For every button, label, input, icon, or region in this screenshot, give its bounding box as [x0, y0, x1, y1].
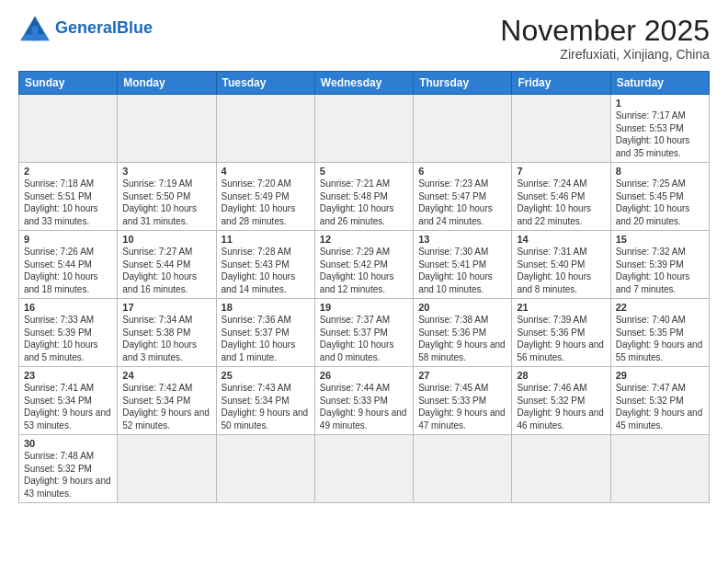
day-info: Sunrise: 7:21 AM Sunset: 5:48 PM Dayligh…: [320, 178, 408, 227]
day-info: Sunrise: 7:20 AM Sunset: 5:49 PM Dayligh…: [222, 178, 310, 227]
table-row: 15Sunrise: 7:32 AM Sunset: 5:39 PM Dayli…: [610, 231, 709, 299]
table-row: 30Sunrise: 7:48 AM Sunset: 5:32 PM Dayli…: [19, 435, 118, 503]
day-info: Sunrise: 7:43 AM Sunset: 5:34 PM Dayligh…: [222, 382, 310, 431]
day-info: Sunrise: 7:25 AM Sunset: 5:45 PM Dayligh…: [616, 178, 704, 227]
table-row: 27Sunrise: 7:45 AM Sunset: 5:33 PM Dayli…: [414, 367, 512, 435]
day-number: 21: [517, 302, 605, 313]
day-info: Sunrise: 7:40 AM Sunset: 5:35 PM Dayligh…: [616, 314, 704, 363]
calendar-week-3: 9Sunrise: 7:26 AM Sunset: 5:44 PM Daylig…: [19, 231, 710, 299]
day-number: 10: [122, 234, 210, 245]
table-row: 9Sunrise: 7:26 AM Sunset: 5:44 PM Daylig…: [19, 231, 118, 299]
day-info: Sunrise: 7:48 AM Sunset: 5:32 PM Dayligh…: [24, 450, 112, 500]
day-number: 26: [320, 370, 408, 381]
table-row: [610, 435, 709, 503]
day-info: Sunrise: 7:47 AM Sunset: 5:32 PM Dayligh…: [616, 382, 704, 431]
day-info: Sunrise: 7:39 AM Sunset: 5:36 PM Dayligh…: [517, 314, 605, 363]
day-info: Sunrise: 7:29 AM Sunset: 5:42 PM Dayligh…: [320, 246, 408, 295]
table-row: 16Sunrise: 7:33 AM Sunset: 5:39 PM Dayli…: [19, 299, 118, 367]
table-row: [314, 95, 413, 163]
weekday-header-sunday: Sunday: [19, 72, 118, 95]
table-row: 23Sunrise: 7:41 AM Sunset: 5:34 PM Dayli…: [19, 367, 118, 435]
logo-icon: [18, 15, 51, 42]
calendar-week-4: 16Sunrise: 7:33 AM Sunset: 5:39 PM Dayli…: [19, 299, 710, 367]
day-info: Sunrise: 7:28 AM Sunset: 5:43 PM Dayligh…: [222, 246, 310, 295]
day-number: 7: [517, 166, 605, 177]
calendar-week-5: 23Sunrise: 7:41 AM Sunset: 5:34 PM Dayli…: [19, 367, 710, 435]
table-row: [512, 435, 610, 503]
day-number: 30: [24, 438, 112, 449]
day-number: 17: [122, 302, 210, 313]
weekday-header-friday: Friday: [512, 72, 610, 95]
day-info: Sunrise: 7:27 AM Sunset: 5:44 PM Dayligh…: [122, 246, 210, 295]
month-title: November 2025: [500, 15, 710, 47]
table-row: 29Sunrise: 7:47 AM Sunset: 5:32 PM Dayli…: [610, 367, 709, 435]
day-number: 27: [418, 370, 506, 381]
day-number: 6: [418, 166, 506, 177]
header: GeneralBlue November 2025 Zirefuxiati, X…: [18, 15, 710, 62]
day-number: 15: [616, 234, 704, 245]
table-row: 1Sunrise: 7:17 AM Sunset: 5:53 PM Daylig…: [610, 95, 709, 163]
day-number: 12: [320, 234, 408, 245]
day-info: Sunrise: 7:26 AM Sunset: 5:44 PM Dayligh…: [24, 246, 112, 295]
day-number: 13: [418, 234, 506, 245]
weekday-header-row: SundayMondayTuesdayWednesdayThursdayFrid…: [19, 72, 710, 95]
day-number: 11: [222, 234, 310, 245]
day-number: 28: [517, 370, 605, 381]
table-row: 18Sunrise: 7:36 AM Sunset: 5:37 PM Dayli…: [216, 299, 314, 367]
day-info: Sunrise: 7:17 AM Sunset: 5:53 PM Dayligh…: [616, 109, 704, 159]
day-number: 18: [222, 302, 310, 313]
day-number: 23: [24, 370, 112, 381]
weekday-header-monday: Monday: [118, 72, 216, 95]
day-info: Sunrise: 7:44 AM Sunset: 5:33 PM Dayligh…: [320, 382, 408, 431]
table-row: 12Sunrise: 7:29 AM Sunset: 5:42 PM Dayli…: [314, 231, 413, 299]
day-number: 9: [24, 234, 112, 245]
table-row: 7Sunrise: 7:24 AM Sunset: 5:46 PM Daylig…: [512, 163, 610, 231]
weekday-header-tuesday: Tuesday: [216, 72, 314, 95]
table-row: 3Sunrise: 7:19 AM Sunset: 5:50 PM Daylig…: [118, 163, 216, 231]
weekday-header-wednesday: Wednesday: [314, 72, 413, 95]
table-row: [512, 95, 610, 163]
day-number: 24: [122, 370, 210, 381]
calendar-week-2: 2Sunrise: 7:18 AM Sunset: 5:51 PM Daylig…: [19, 163, 710, 231]
table-row: 20Sunrise: 7:38 AM Sunset: 5:36 PM Dayli…: [414, 299, 512, 367]
day-number: 25: [222, 370, 310, 381]
svg-rect-2: [31, 26, 38, 40]
table-row: 13Sunrise: 7:30 AM Sunset: 5:41 PM Dayli…: [414, 231, 512, 299]
day-number: 2: [24, 166, 112, 177]
table-row: [19, 95, 118, 163]
logo-general: General: [55, 18, 117, 37]
day-info: Sunrise: 7:24 AM Sunset: 5:46 PM Dayligh…: [517, 178, 605, 227]
day-number: 8: [616, 166, 704, 177]
subtitle: Zirefuxiati, Xinjiang, China: [500, 47, 710, 62]
table-row: [414, 435, 512, 503]
table-row: 8Sunrise: 7:25 AM Sunset: 5:45 PM Daylig…: [610, 163, 709, 231]
day-info: Sunrise: 7:38 AM Sunset: 5:36 PM Dayligh…: [418, 314, 506, 363]
day-info: Sunrise: 7:19 AM Sunset: 5:50 PM Dayligh…: [122, 178, 210, 227]
day-info: Sunrise: 7:37 AM Sunset: 5:37 PM Dayligh…: [320, 314, 408, 363]
day-number: 5: [320, 166, 408, 177]
weekday-header-thursday: Thursday: [414, 72, 512, 95]
logo: GeneralBlue: [18, 15, 153, 42]
day-info: Sunrise: 7:31 AM Sunset: 5:40 PM Dayligh…: [517, 246, 605, 295]
table-row: [216, 435, 314, 503]
logo-text: GeneralBlue: [55, 19, 153, 38]
table-row: 25Sunrise: 7:43 AM Sunset: 5:34 PM Dayli…: [216, 367, 314, 435]
table-row: 17Sunrise: 7:34 AM Sunset: 5:38 PM Dayli…: [118, 299, 216, 367]
day-info: Sunrise: 7:42 AM Sunset: 5:34 PM Dayligh…: [122, 382, 210, 431]
day-number: 4: [222, 166, 310, 177]
table-row: 28Sunrise: 7:46 AM Sunset: 5:32 PM Dayli…: [512, 367, 610, 435]
day-number: 14: [517, 234, 605, 245]
table-row: 14Sunrise: 7:31 AM Sunset: 5:40 PM Dayli…: [512, 231, 610, 299]
table-row: 24Sunrise: 7:42 AM Sunset: 5:34 PM Dayli…: [118, 367, 216, 435]
logo-blue: Blue: [117, 18, 153, 37]
table-row: 11Sunrise: 7:28 AM Sunset: 5:43 PM Dayli…: [216, 231, 314, 299]
table-row: 2Sunrise: 7:18 AM Sunset: 5:51 PM Daylig…: [19, 163, 118, 231]
day-info: Sunrise: 7:30 AM Sunset: 5:41 PM Dayligh…: [418, 246, 506, 295]
table-row: 21Sunrise: 7:39 AM Sunset: 5:36 PM Dayli…: [512, 299, 610, 367]
day-number: 29: [616, 370, 704, 381]
day-number: 22: [616, 302, 704, 313]
day-info: Sunrise: 7:36 AM Sunset: 5:37 PM Dayligh…: [222, 314, 310, 363]
weekday-header-saturday: Saturday: [610, 72, 709, 95]
day-info: Sunrise: 7:45 AM Sunset: 5:33 PM Dayligh…: [418, 382, 506, 431]
day-info: Sunrise: 7:46 AM Sunset: 5:32 PM Dayligh…: [517, 382, 605, 431]
